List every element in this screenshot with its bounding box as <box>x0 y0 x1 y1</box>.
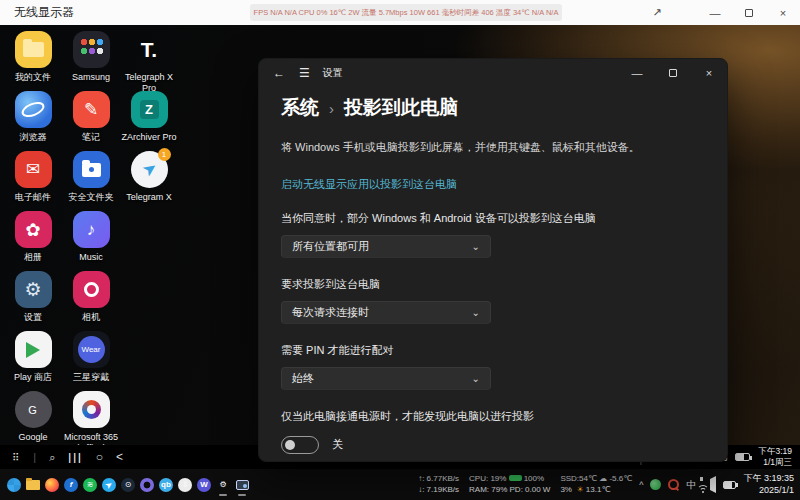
wearable-icon: Wear <box>73 331 110 368</box>
settings-app-title: 设置 <box>323 66 343 80</box>
app-telegraph-x-pro[interactable]: T. Telegraph X Pro <box>120 31 178 91</box>
require-pin-dropdown[interactable]: 始终 ⌄ <box>281 367 491 390</box>
hidden-icons-chevron[interactable]: ^ <box>639 480 643 490</box>
file-explorer-icon[interactable] <box>24 473 42 497</box>
qbittorrent-icon[interactable]: qb <box>157 473 175 497</box>
launch-wireless-display-link[interactable]: 启动无线显示应用以投影到这台电脑 <box>281 177 457 192</box>
app-secure-folder[interactable]: 安全文件夹 <box>62 151 120 211</box>
magnifier-tray-icon[interactable] <box>668 479 679 490</box>
settings-gear-icon[interactable]: ⚙ <box>214 473 232 497</box>
chevron-down-icon: ⌄ <box>472 241 480 252</box>
back-icon[interactable]: < <box>116 450 123 464</box>
gallery-icon: ✿ <box>15 211 52 248</box>
app-gallery[interactable]: ✿ 相册 <box>4 211 62 271</box>
maximize-button[interactable] <box>732 0 766 25</box>
wireless-display-icon[interactable] <box>233 473 251 497</box>
settings-app-icon: ⚙ <box>15 271 52 308</box>
toggle-state-label: 关 <box>332 437 343 452</box>
windows-clock[interactable]: 下午 3:19:35 2025/1/1 <box>743 473 794 496</box>
settings-window: ← ☰ 设置 — × 系统 › 投影到此电脑 将 Windows 手机或电脑投影… <box>258 58 728 462</box>
close-button[interactable]: × <box>766 0 800 25</box>
screen: 无线显示器 FPS N/A N/A CPU 0% 16℃ 2W 流量 5.7Mb… <box>0 0 800 500</box>
files-app-icon[interactable]: f <box>62 473 80 497</box>
secure-folder-icon <box>73 151 110 188</box>
app-music[interactable]: ♪ Music <box>62 211 120 271</box>
watt-toolkit-icon[interactable]: W <box>195 473 213 497</box>
breadcrumb-parent[interactable]: 系统 <box>281 95 319 121</box>
search-icon[interactable]: ⌕ <box>49 451 55 464</box>
browser-icon <box>15 91 52 128</box>
all-apps-icon[interactable]: ⠿ <box>12 452 20 463</box>
telegram-icon[interactable]: ➤ <box>100 473 118 497</box>
ask-to-project-dropdown[interactable]: 每次请求连接时 ⌄ <box>281 301 491 324</box>
app-browser[interactable]: 浏览器 <box>4 91 62 151</box>
minimize-button[interactable]: — <box>619 59 655 87</box>
battery-pill-icon <box>509 475 522 481</box>
toggle-knob <box>285 440 295 450</box>
app-play-store[interactable]: Play 商店 <box>4 331 62 391</box>
battery-icon[interactable] <box>723 481 736 489</box>
ssd-temp: SSD:54℃ <box>560 474 597 483</box>
download-manager-icon[interactable]: ⇩ <box>176 473 194 497</box>
recents-icon[interactable]: ||| <box>68 452 82 463</box>
viewer-window-title: 无线显示器 <box>14 4 74 21</box>
fullscreen-icon[interactable]: ↗ <box>640 0 674 25</box>
app-email[interactable]: ✉ 电子邮件 <box>4 151 62 211</box>
ring-app-icon[interactable] <box>138 473 156 497</box>
telegraph-icon: T. <box>131 31 168 68</box>
win-date: 2025/1/1 <box>743 485 794 497</box>
page-description: 将 Windows 手机或电脑投影到此屏幕，并使用其键盘、鼠标和其他设备。 <box>281 138 705 157</box>
green-tray-icon[interactable] <box>650 479 661 490</box>
dex-date: 1/1周三 <box>758 457 792 468</box>
minimize-button[interactable]: — <box>698 0 732 25</box>
traffic-monitor[interactable]: ↑: 6.77KB/s ↓: 7.19KB/s CPU: 19% 100% RA… <box>418 474 632 496</box>
app-galaxy-wearable[interactable]: Wear 三星穿戴 <box>62 331 120 391</box>
windows-start-button[interactable] <box>5 473 23 497</box>
power-only-toggle[interactable] <box>281 436 319 454</box>
hamburger-menu-icon[interactable]: ☰ <box>299 66 310 80</box>
firefox-icon[interactable] <box>43 473 61 497</box>
close-button[interactable]: × <box>691 59 727 87</box>
app-microsoft-365[interactable]: Microsoft 365 (Office) <box>62 391 120 451</box>
net-down: ↓: 7.19KB/s <box>418 485 459 496</box>
settings-titlebar[interactable]: ← ☰ 设置 — × <box>259 59 727 87</box>
temp-sun: 13.1℃ <box>586 485 611 494</box>
home-icon[interactable]: ○ <box>96 450 103 464</box>
speaker-icon[interactable] <box>710 479 716 490</box>
divider: | <box>33 451 36 463</box>
settings-content: 系统 › 投影到此电脑 将 Windows 手机或电脑投影到此屏幕，并使用其键盘… <box>259 95 727 462</box>
allow-projection-dropdown[interactable]: 所有位置都可用 ⌄ <box>281 235 491 258</box>
app-my-files[interactable]: 我的文件 <box>4 31 62 91</box>
maximize-button[interactable] <box>655 59 691 87</box>
camera-icon <box>73 271 110 308</box>
app-grid: 我的文件 Samsung T. Telegraph X Pro 浏览器 ✎ 笔记… <box>4 31 178 451</box>
taskbar-right: ↑: 6.77KB/s ↓: 7.19KB/s CPU: 19% 100% RA… <box>418 473 794 496</box>
chevron-down-icon: ⌄ <box>472 373 480 384</box>
steam-icon[interactable]: ⊙ <box>119 473 137 497</box>
app-camera[interactable]: 相机 <box>62 271 120 331</box>
maximize-icon <box>669 69 677 77</box>
app-zarchiver[interactable]: Z ZArchiver Pro <box>120 91 178 151</box>
play-store-icon <box>15 331 52 368</box>
my-files-icon <box>15 31 52 68</box>
dex-clock[interactable]: 下午3:19 1/1周三 <box>758 446 792 468</box>
allow-projection-label: 当你同意时，部分 Windows 和 Android 设备可以投影到这台电脑 <box>281 211 705 226</box>
temp-cloud: -5.6℃ <box>609 474 632 483</box>
app-settings[interactable]: ⚙ 设置 <box>4 271 62 331</box>
app-notes[interactable]: ✎ 笔记 <box>62 91 120 151</box>
page-title: 投影到此电脑 <box>344 95 458 121</box>
ime-indicator[interactable]: 中 <box>686 478 696 492</box>
android-desktop: 我的文件 Samsung T. Telegraph X Pro 浏览器 ✎ 笔记… <box>0 25 800 445</box>
sun-icon: ☀ <box>576 485 583 494</box>
spotify-icon[interactable]: ≋ <box>81 473 99 497</box>
back-icon[interactable]: ← <box>273 66 285 80</box>
viewer-titlebar: 无线显示器 FPS N/A N/A CPU 0% 16℃ 2W 流量 5.7Mb… <box>0 0 800 25</box>
win-time: 下午 3:19:35 <box>743 473 794 485</box>
app-samsung-folder[interactable]: Samsung <box>62 31 120 91</box>
ram-usage: RAM: 79% <box>469 485 507 494</box>
breadcrumb-separator: › <box>329 100 334 117</box>
app-google-folder[interactable]: G Google <box>4 391 62 451</box>
ask-to-project-label: 要求投影到这台电脑 <box>281 277 705 292</box>
cpu-usage: CPU: 19% <box>469 474 506 483</box>
app-telegram-x[interactable]: ➤1 Telegram X <box>120 151 178 211</box>
